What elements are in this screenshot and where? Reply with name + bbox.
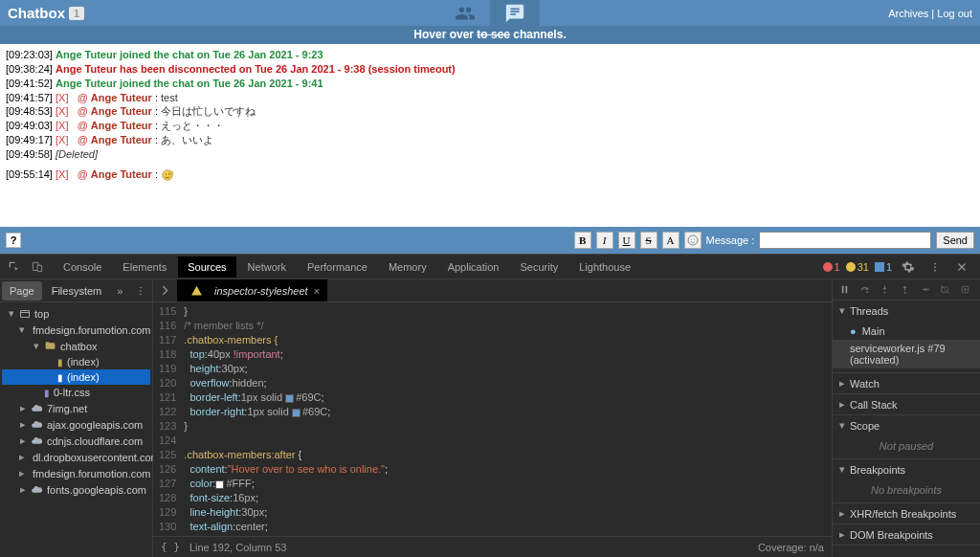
xhr-breakpoints-section[interactable]: ▸XHR/fetch Breakpoints [833, 503, 980, 524]
message-input[interactable] [759, 232, 931, 249]
error-count[interactable]: 1 [823, 261, 840, 273]
username-link[interactable]: Ange Tuteur [91, 120, 152, 131]
tree-item[interactable]: ▸7img.net [2, 400, 150, 416]
message-row: [09:41:52] Ange Tuteur joined the chat o… [6, 77, 974, 91]
devtools-tab-console[interactable]: Console [54, 256, 111, 278]
navigator-menu[interactable] [130, 280, 150, 301]
kebab-icon [928, 260, 942, 274]
more-button[interactable] [924, 256, 946, 278]
logout-link[interactable]: Log out [937, 8, 972, 19]
step-over-button[interactable] [855, 279, 874, 301]
tree-item[interactable]: ▸dl.dropboxusercontent.com [2, 449, 150, 465]
channels-banner[interactable]: Hover over to see channels. [0, 26, 980, 44]
tree-item[interactable]: ▸fonts.googleapis.com [2, 481, 150, 498]
editor-panel: inspector-stylesheet × 11511611711811912… [153, 279, 832, 557]
debugger-toolbar [833, 279, 980, 301]
deactivate-breakpoints-button[interactable] [935, 279, 954, 301]
pause-button[interactable] [835, 279, 854, 301]
strike-button[interactable]: S [640, 232, 657, 249]
inspect-element-button[interactable] [4, 256, 25, 278]
pause-exceptions-button[interactable] [955, 279, 974, 301]
gear-icon [902, 260, 915, 274]
username-link[interactable]: Ange Tuteur [91, 92, 152, 103]
dom-breakpoints-section[interactable]: ▸DOM Breakpoints [833, 524, 980, 545]
devtools-tab-sources[interactable]: Sources [178, 256, 235, 278]
scope-section[interactable]: ▾Scope [833, 415, 980, 435]
navigator-more[interactable]: » [111, 283, 128, 299]
tree-item[interactable]: ▾top [2, 305, 150, 322]
mention-button[interactable]: @ [78, 134, 88, 145]
delete-message-button[interactable]: [X] [56, 134, 68, 145]
tree-item[interactable]: ▸ajax.googleapis.com [2, 416, 150, 433]
file-tab[interactable]: inspector-stylesheet × [177, 279, 327, 301]
tree-item[interactable]: ▸fmdesign.forumotion.com [2, 465, 150, 481]
bold-button[interactable]: B [574, 232, 591, 249]
username-link[interactable]: Ange Tuteur [91, 134, 152, 145]
warning-count[interactable]: 31 [846, 261, 869, 273]
tree-item[interactable]: ▾chatbox [2, 338, 150, 354]
devtools-tab-memory[interactable]: Memory [379, 256, 436, 278]
delete-message-button[interactable]: [X] [56, 168, 68, 180]
chat-tab[interactable] [490, 0, 540, 26]
mention-button[interactable]: @ [78, 92, 88, 103]
breakpoints-empty: No breakpoints [833, 481, 980, 499]
members-tab[interactable] [440, 0, 490, 26]
chat-icon [504, 3, 525, 24]
tree-item[interactable]: ▾fmdesign.forumotion.com [2, 322, 150, 338]
callstack-section[interactable]: ▸Call Stack [833, 394, 980, 414]
mention-button[interactable]: @ [78, 105, 88, 117]
delete-message-button[interactable]: [X] [56, 92, 68, 103]
devtools-tab-elements[interactable]: Elements [113, 256, 176, 278]
close-devtools-button[interactable] [951, 256, 972, 278]
devtools-tab-security[interactable]: Security [510, 256, 568, 278]
devtools-tab-performance[interactable]: Performance [298, 256, 377, 278]
info-count[interactable]: 1 [875, 261, 892, 273]
step-into-button[interactable] [875, 279, 894, 301]
settings-button[interactable] [898, 256, 919, 278]
step-button[interactable] [915, 279, 934, 301]
filesystem-tab[interactable]: Filesystem [44, 281, 110, 301]
tree-item[interactable]: ▮(index) [2, 354, 150, 369]
step-out-button[interactable] [895, 279, 914, 301]
mention-button[interactable]: @ [78, 168, 88, 180]
thread-serviceworker[interactable]: serviceworker.js #79 (activated) [833, 340, 980, 368]
thread-main[interactable]: ●Main [833, 323, 980, 340]
archives-link[interactable]: Archives [888, 8, 928, 19]
code-editor[interactable]: 1151161171181191201211221231241251261271… [153, 302, 832, 536]
pretty-print-button[interactable]: { } [161, 541, 180, 553]
svg-point-14 [140, 293, 142, 295]
message-row: [09:49:03] [X] @ Ange Tuteur : えっと・・・ [6, 119, 974, 133]
tree-item[interactable]: ▮0-ltr.css [2, 385, 150, 400]
devtools-tab-lighthouse[interactable]: Lighthouse [569, 256, 640, 278]
username-link[interactable]: Ange Tuteur [91, 168, 152, 180]
close-tab-button[interactable]: × [314, 285, 320, 297]
svg-point-19 [926, 288, 928, 290]
underline-button[interactable]: U [618, 232, 635, 249]
watch-section[interactable]: ▸Watch [833, 373, 980, 393]
help-button[interactable]: ? [6, 233, 21, 248]
threads-section[interactable]: ▾Threads [833, 301, 980, 321]
chevron-icon [159, 284, 171, 297]
scope-empty: Not paused [833, 437, 980, 455]
svg-point-10 [934, 266, 936, 268]
svg-point-12 [140, 286, 142, 288]
svg-point-5 [690, 238, 691, 239]
page-tab[interactable]: Page [2, 281, 42, 301]
devtools-tab-application[interactable]: Application [438, 256, 509, 278]
tree-item[interactable]: ▮(index) [2, 369, 150, 385]
send-button[interactable]: Send [936, 232, 974, 249]
svg-point-4 [688, 235, 698, 245]
italic-button[interactable]: I [596, 232, 613, 249]
emoji-button[interactable] [684, 232, 702, 249]
breakpoints-section[interactable]: ▾Breakpoints [833, 459, 980, 479]
username-link[interactable]: Ange Tuteur [91, 105, 152, 117]
tree-item[interactable]: ▸cdnjs.cloudflare.com [2, 433, 150, 449]
delete-message-button[interactable]: [X] [56, 120, 68, 131]
delete-message-button[interactable]: [X] [56, 105, 68, 117]
svg-point-6 [693, 238, 694, 239]
device-toolbar-button[interactable] [27, 256, 48, 278]
mention-button[interactable]: @ [78, 120, 88, 131]
devtools-tab-network[interactable]: Network [238, 256, 296, 278]
color-button[interactable]: A [662, 232, 679, 249]
chatbox-title: Chatbox 1 [8, 5, 84, 21]
